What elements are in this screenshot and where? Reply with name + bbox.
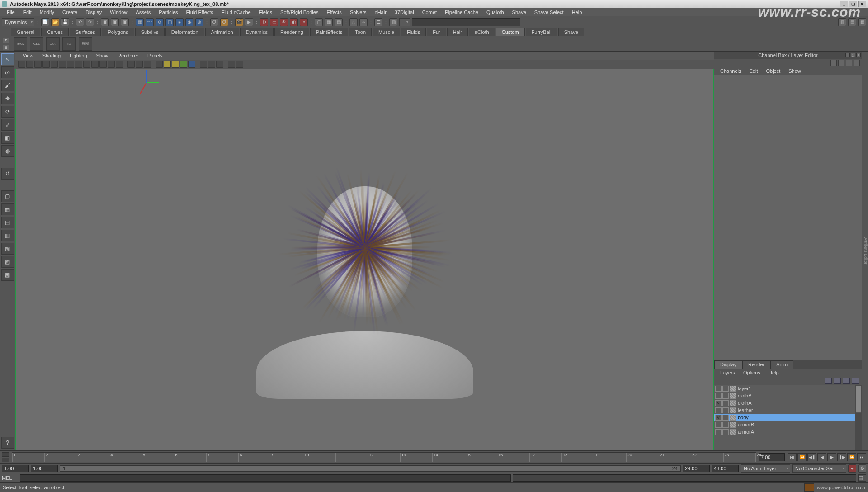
panel-safeaction-icon[interactable] xyxy=(91,61,99,68)
autokey-toggle[interactable]: ● xyxy=(848,464,856,473)
redo-icon[interactable]: ↷ xyxy=(86,18,94,26)
layer-row-armora[interactable]: armorA xyxy=(714,428,862,435)
panel-viewport2-icon[interactable] xyxy=(228,61,235,68)
panel-menu-shading[interactable]: Shading xyxy=(38,52,65,59)
panel-close-icon[interactable]: ✕ xyxy=(856,53,861,57)
layer-visibility-toggle[interactable] xyxy=(715,386,722,392)
panel-light-default-icon[interactable] xyxy=(164,61,171,68)
toolbox-help-icon[interactable]: ? xyxy=(1,437,14,449)
layer-color-swatch[interactable] xyxy=(730,407,736,413)
panel-outliner-icon[interactable]: ▤ xyxy=(335,18,343,26)
shelf-tab-hair[interactable]: Hair xyxy=(447,28,468,36)
panel-four-icon[interactable]: ▦ xyxy=(325,18,333,26)
render-frame-icon[interactable]: 🎬 xyxy=(235,18,243,26)
hypershade-icon[interactable]: ◐ xyxy=(290,18,298,26)
shelf-tab-deformation[interactable]: Deformation xyxy=(165,28,204,36)
cb-hyperbolic-icon[interactable] xyxy=(846,60,852,66)
layer-menu-layers[interactable]: Layers xyxy=(716,369,739,376)
shelf-tab-surfaces[interactable]: Surfaces xyxy=(70,28,101,36)
layer-visibility-toggle[interactable] xyxy=(715,429,722,435)
step-forward-frame-button[interactable]: ❚▶ xyxy=(837,453,846,461)
layer-tab-display[interactable]: Display xyxy=(714,360,742,369)
panel-exposure-icon[interactable] xyxy=(236,61,243,68)
menu-37digital[interactable]: 37Digital xyxy=(391,9,418,16)
rotate-tool[interactable]: ⟳ xyxy=(1,106,14,118)
menu-effects[interactable]: Effects xyxy=(322,9,345,16)
panel-menu-panels[interactable]: Panels xyxy=(143,52,167,59)
menuset-dropdown[interactable]: Dynamics xyxy=(2,18,34,26)
history-off-icon[interactable]: ⏱ xyxy=(220,18,228,26)
menu-display[interactable]: Display xyxy=(81,9,106,16)
layout-persp-graph-icon[interactable]: ▥ xyxy=(1,230,14,241)
play-forward-button[interactable]: ▶ xyxy=(827,453,836,461)
shelf-tab-fluids[interactable]: Fluids xyxy=(401,28,426,36)
current-time-field[interactable]: 7.00 xyxy=(759,453,785,461)
shelf-tab-ncloth[interactable]: nCloth xyxy=(469,28,495,36)
shelf-tab-painteffects[interactable]: PaintEffects xyxy=(310,28,349,36)
layer-row-armorb[interactable]: armorB xyxy=(714,421,862,428)
layer-displaytype-toggle[interactable] xyxy=(722,422,729,428)
cb-menu-edit[interactable]: Edit xyxy=(745,67,762,75)
menu-fluid-ncache[interactable]: Fluid nCache xyxy=(217,9,255,16)
panel-usedefaultmat-icon[interactable] xyxy=(127,61,135,68)
layer-new-empty-icon[interactable] xyxy=(843,378,850,384)
menu-assets[interactable]: Assets xyxy=(132,9,155,16)
select-by-object-icon[interactable]: ▣ xyxy=(111,18,119,26)
new-scene-icon[interactable]: 📄 xyxy=(41,18,49,26)
open-scene-icon[interactable]: 📂 xyxy=(51,18,59,26)
panel-menu-lighting[interactable]: Lighting xyxy=(65,52,92,59)
shelf-tab-dynamics[interactable]: Dynamics xyxy=(240,28,274,36)
panel-resgate-icon[interactable] xyxy=(67,61,74,68)
menu-fluid-effects[interactable]: Fluid Effects xyxy=(182,9,217,16)
anim-layer-dropdown[interactable]: No Anim Layer xyxy=(741,464,790,473)
select-tool[interactable]: ↖ xyxy=(1,53,14,65)
select-by-hierarchy-icon[interactable]: ▣ xyxy=(101,18,109,26)
snap-grid-icon[interactable]: ▦ xyxy=(136,18,144,26)
menu-qualoth[interactable]: Qualoth xyxy=(482,9,508,16)
menu-window[interactable]: Window xyxy=(106,9,132,16)
menu-file[interactable]: File xyxy=(3,9,19,16)
render-region-icon[interactable]: ▭ xyxy=(270,18,278,26)
layer-row-layer1[interactable]: layer1 xyxy=(714,385,862,392)
layer-color-swatch[interactable] xyxy=(730,429,736,435)
layer-visibility-toggle[interactable] xyxy=(715,393,722,399)
menu-help[interactable]: Help xyxy=(568,9,586,16)
layer-new-selected-icon[interactable] xyxy=(852,378,859,384)
layer-row-leather[interactable]: leather xyxy=(714,407,862,414)
panel-wireonshaded-icon[interactable] xyxy=(136,61,143,68)
layer-displaytype-toggle[interactable] xyxy=(722,400,729,406)
menu-fields[interactable]: Fields xyxy=(255,9,276,16)
move-tool[interactable]: ✥ xyxy=(1,93,14,104)
step-back-key-button[interactable]: ⏪ xyxy=(797,453,807,461)
shelf-button-texm[interactable]: TexM xyxy=(14,37,27,51)
layer-row-clothb[interactable]: clothB xyxy=(714,392,862,399)
panel-wireframe-icon[interactable] xyxy=(108,61,115,68)
render-view-icon[interactable]: 👁 xyxy=(280,18,288,26)
range-start-inner-field[interactable]: 1.00 xyxy=(31,465,58,472)
ipr-render-icon[interactable]: ▶ xyxy=(245,18,253,26)
command-input-field[interactable] xyxy=(20,474,511,482)
menu-shave-select[interactable]: Shave Select xyxy=(530,9,568,16)
panel-restore-icon[interactable]: ▢ xyxy=(851,53,855,57)
panel-gategmask-icon[interactable] xyxy=(75,61,82,68)
quick-select-icon[interactable]: ☰ xyxy=(374,18,382,26)
shelf-button-视图[interactable]: 视图 xyxy=(79,37,92,51)
layer-displaytype-toggle[interactable] xyxy=(722,393,729,399)
panel-filmgate-icon[interactable] xyxy=(59,61,66,68)
layer-displaytype-toggle[interactable] xyxy=(722,386,729,392)
shelf-tab-rendering[interactable]: Rendering xyxy=(274,28,309,36)
menu-nhair[interactable]: nHair xyxy=(371,9,391,16)
panel-safetitle-icon[interactable] xyxy=(99,61,107,68)
command-input[interactable] xyxy=(412,18,520,26)
menu-create[interactable]: Create xyxy=(58,9,81,16)
time-ruler[interactable]: 123456789101112131415161718192021222324 xyxy=(12,452,756,462)
panel-highquality-icon[interactable] xyxy=(208,61,215,68)
save-scene-icon[interactable]: 💾 xyxy=(61,18,69,26)
viewport-3d[interactable] xyxy=(15,69,714,450)
layer-displaytype-toggle[interactable] xyxy=(722,415,729,421)
panel-smoothshade-icon[interactable] xyxy=(116,61,123,68)
layer-row-body[interactable]: Vbody xyxy=(714,414,862,421)
layer-tab-anim[interactable]: Anim xyxy=(770,360,793,369)
key-track-icon[interactable] xyxy=(2,458,9,462)
shelf-button-cll[interactable]: CLL xyxy=(30,37,43,51)
